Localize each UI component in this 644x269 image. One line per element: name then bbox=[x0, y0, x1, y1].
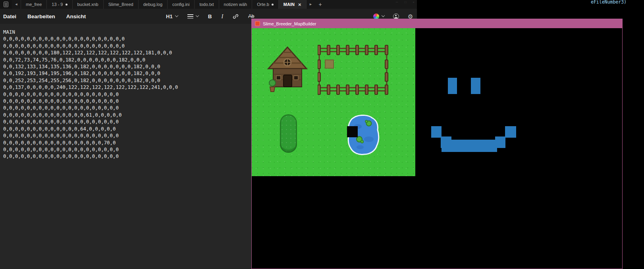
list-icon bbox=[187, 14, 193, 19]
fence-sprite bbox=[318, 45, 388, 95]
tab-label: Orte.b bbox=[257, 2, 269, 7]
heading-dropdown[interactable]: H1 bbox=[166, 13, 178, 19]
map-window-title: Slime_Breeder_MapBuilder bbox=[263, 21, 316, 26]
italic-button[interactable]: I bbox=[221, 13, 223, 20]
dirt-tile bbox=[325, 60, 334, 69]
blue-pixel-block bbox=[431, 126, 442, 138]
map-canvas bbox=[252, 28, 622, 269]
grass-map-area[interactable] bbox=[252, 28, 415, 176]
map-window-titlebar[interactable]: Slime_Breeder_MapBuilder bbox=[252, 19, 622, 28]
blue-pixel-block bbox=[495, 136, 505, 148]
slime-breeder-app-icon bbox=[255, 21, 260, 26]
maximize-icon[interactable]: □ bbox=[404, 0, 406, 4]
tab-todo-txt[interactable]: todo.txt bbox=[195, 0, 219, 9]
tab-label: Slime_Breed bbox=[108, 2, 133, 7]
chevron-down-icon bbox=[195, 14, 199, 17]
unsaved-indicator-dot bbox=[66, 4, 67, 6]
black-tile-cursor bbox=[347, 126, 358, 137]
document-icon bbox=[4, 2, 8, 7]
menu-datei[interactable]: Datei bbox=[3, 13, 16, 19]
tab-label: bucket.xnb bbox=[77, 2, 98, 7]
tab-list: me_free13 - 9bucket.xnbSlime_Breeddebug.… bbox=[21, 0, 307, 9]
link-button[interactable] bbox=[233, 13, 239, 19]
tab-label: debug.log bbox=[143, 2, 162, 7]
tab-orte-b[interactable]: Orte.b bbox=[252, 0, 279, 9]
tab-main[interactable]: MAIN× bbox=[279, 0, 307, 9]
tab-label: notizen wäh bbox=[224, 2, 247, 7]
background-code-fragment: eFileNumber3) bbox=[591, 0, 627, 5]
new-tab-button[interactable]: + bbox=[315, 0, 326, 9]
window-controls: ─ □ × bbox=[396, 0, 415, 4]
map-builder-window: Slime_Breeder_MapBuilder bbox=[251, 19, 623, 269]
tab-label: MAIN bbox=[283, 2, 295, 7]
hedge-sprite bbox=[280, 114, 297, 153]
menu-ansicht[interactable]: Ansicht bbox=[66, 13, 86, 19]
strikethrough-button[interactable]: Ab bbox=[248, 13, 254, 19]
tab-13-9[interactable]: 13 - 9 bbox=[47, 0, 72, 9]
tab-me-free[interactable]: me_free bbox=[21, 0, 47, 9]
blue-pixel-block bbox=[448, 78, 457, 94]
list-dropdown[interactable] bbox=[187, 14, 199, 19]
tab-label: todo.txt bbox=[199, 2, 214, 7]
close-icon[interactable]: × bbox=[413, 0, 415, 4]
minimize-icon[interactable]: ─ bbox=[396, 0, 398, 4]
tab-label: config.ini bbox=[172, 2, 189, 7]
chevron-down-icon bbox=[382, 14, 385, 17]
notepad-app-icon[interactable] bbox=[0, 0, 12, 9]
blue-pixel-block bbox=[505, 126, 516, 138]
tab-bucket-xnb[interactable]: bucket.xnb bbox=[73, 0, 104, 9]
blue-pixel-block bbox=[471, 78, 480, 94]
tab-label: me_free bbox=[26, 2, 42, 7]
tab-notizen-wäh[interactable]: notizen wäh bbox=[219, 0, 253, 9]
screen: eFileNumber3) ◀ me_free13 - 9bucket.xnbS… bbox=[0, 0, 644, 269]
chevron-down-icon bbox=[175, 14, 178, 17]
unsaved-indicator-dot bbox=[272, 4, 274, 6]
format-toolbar: H1 B I Ab bbox=[166, 9, 255, 24]
blue-pixel-block bbox=[442, 140, 497, 152]
scroll-tabs-right-icon[interactable]: ▶ bbox=[307, 0, 315, 9]
close-tab-icon[interactable]: × bbox=[298, 2, 301, 7]
menu-bar: Datei Bearbeiten Ansicht bbox=[3, 9, 86, 24]
scroll-tabs-left-icon[interactable]: ◀ bbox=[12, 0, 21, 9]
tab-config-ini[interactable]: config.ini bbox=[168, 0, 195, 9]
tab-debug-log[interactable]: debug.log bbox=[139, 0, 168, 9]
bold-button[interactable]: B bbox=[208, 13, 212, 19]
tab-slime-breed[interactable]: Slime_Breed bbox=[104, 0, 139, 9]
potted-plant-sprite bbox=[268, 79, 276, 92]
menu-bearbeiten[interactable]: Bearbeiten bbox=[27, 13, 55, 19]
link-icon bbox=[233, 13, 239, 19]
heading-label: H1 bbox=[166, 13, 173, 19]
tab-label: 13 - 9 bbox=[52, 2, 63, 7]
tab-bar: ◀ me_free13 - 9bucket.xnbSlime_Breeddebu… bbox=[0, 0, 417, 9]
